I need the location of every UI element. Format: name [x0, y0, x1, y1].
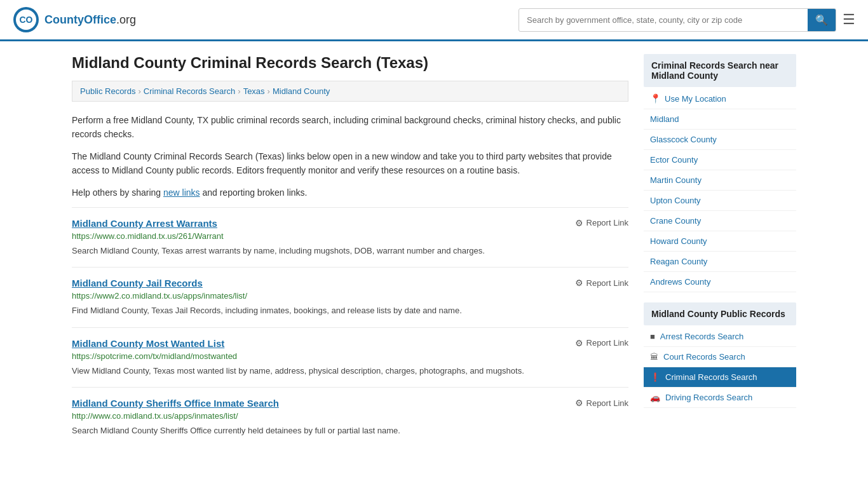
nearby-header: Criminal Records Search near Midland Cou…: [644, 54, 796, 87]
public-records-link-1[interactable]: 🏛 Court Records Search: [644, 347, 796, 367]
nearby-link-3[interactable]: Martin County: [644, 170, 796, 190]
nearby-link-7[interactable]: Reagan County: [644, 252, 796, 271]
report-link-0[interactable]: ⚙ Report Link: [575, 218, 628, 228]
public-records-label-1: Court Records Search: [663, 352, 745, 362]
nearby-link-1[interactable]: Glasscock County: [644, 130, 796, 149]
nearby-link-4[interactable]: Upton County: [644, 191, 796, 210]
nearby-item-6: Howard County: [644, 231, 796, 252]
report-link-icon-3: ⚙: [575, 398, 583, 408]
report-link-icon-1: ⚙: [575, 278, 583, 288]
public-records-link-3[interactable]: 🚗 Driving Records Search: [644, 388, 796, 407]
public-records-link-0[interactable]: ■ Arrest Records Search: [644, 327, 796, 346]
logo-text: CountyOffice.org: [44, 13, 136, 27]
nearby-item-7: Reagan County: [644, 252, 796, 272]
public-records-item-0: ■ Arrest Records Search: [644, 327, 796, 347]
search-button[interactable]: 🔍: [808, 9, 836, 31]
report-link-1[interactable]: ⚙ Report Link: [575, 278, 628, 288]
location-dot-icon: 📍: [650, 93, 661, 104]
page-title: Midland County Criminal Records Search (…: [72, 54, 628, 72]
nearby-section: Criminal Records Search near Midland Cou…: [644, 54, 796, 292]
sidebar-icon-0: ■: [650, 332, 655, 341]
logo-area: CO CountyOffice.org: [13, 6, 136, 33]
report-link-icon-0: ⚙: [575, 218, 583, 228]
report-link-3[interactable]: ⚙ Report Link: [575, 398, 628, 408]
record-entry-1: Midland County Jail Records ⚙ Report Lin…: [72, 267, 628, 327]
records-container: Midland County Arrest Warrants ⚙ Report …: [72, 207, 628, 447]
record-url-0: https://www.co.midland.tx.us/261/Warrant: [72, 231, 628, 241]
record-title-3[interactable]: Midland County Sheriffs Office Inmate Se…: [72, 398, 279, 409]
main-container: Midland County Criminal Records Search (…: [59, 41, 809, 460]
nearby-item-1: Glasscock County: [644, 130, 796, 150]
record-entry-0: Midland County Arrest Warrants ⚙ Report …: [72, 207, 628, 268]
nearby-list: MidlandGlasscock CountyEctor CountyMarti…: [644, 109, 796, 292]
nearby-item-5: Crane County: [644, 211, 796, 231]
report-link-2[interactable]: ⚙ Report Link: [575, 338, 628, 348]
record-url-3: http://www.co.midland.tx.us/apps/inmates…: [72, 411, 628, 421]
sidebar-icon-2: ❗: [650, 372, 660, 382]
svg-text:CO: CO: [20, 15, 33, 25]
record-header-0: Midland County Arrest Warrants ⚙ Report …: [72, 218, 628, 229]
content-area: Midland County Criminal Records Search (…: [72, 54, 628, 447]
report-link-label-3: Report Link: [587, 398, 628, 408]
logo-icon: CO: [13, 6, 39, 33]
search-input[interactable]: [519, 10, 808, 30]
record-entry-3: Midland County Sheriffs Office Inmate Se…: [72, 387, 628, 447]
nearby-item-2: Ector County: [644, 150, 796, 170]
record-url-1: https://www2.co.midland.tx.us/apps/inmat…: [72, 291, 628, 301]
menu-icon[interactable]: ☰: [843, 11, 855, 28]
public-records-item-1: 🏛 Court Records Search: [644, 347, 796, 367]
nearby-item-3: Martin County: [644, 170, 796, 191]
record-header-2: Midland County Most Wanted List ⚙ Report…: [72, 338, 628, 349]
breadcrumb-criminal-records-search[interactable]: Criminal Records Search: [144, 86, 236, 96]
public-records-list: ■ Arrest Records Search 🏛 Court Records …: [644, 327, 796, 408]
public-records-label-2: Criminal Records Search: [665, 372, 757, 382]
record-desc-2: View Midland County, Texas most wanted l…: [72, 365, 628, 377]
public-records-item-3: 🚗 Driving Records Search: [644, 388, 796, 408]
record-desc-3: Search Midland County Sheriffs Office cu…: [72, 424, 628, 437]
sidebar-icon-1: 🏛: [650, 352, 658, 362]
report-link-label-0: Report Link: [587, 218, 628, 227]
nearby-link-8[interactable]: Andrews County: [644, 272, 796, 292]
nearby-item-0: Midland: [644, 109, 796, 130]
public-records-item-2: ❗ Criminal Records Search: [644, 367, 796, 388]
header-right: 🔍 ☰: [519, 8, 855, 32]
nearby-link-6[interactable]: Howard County: [644, 231, 796, 251]
public-records-header: Midland County Public Records: [644, 302, 796, 325]
nearby-link-5[interactable]: Crane County: [644, 211, 796, 231]
nearby-item-4: Upton County: [644, 191, 796, 211]
new-links-link[interactable]: new links: [163, 187, 200, 198]
breadcrumb-texas[interactable]: Texas: [243, 86, 265, 96]
sidebar: Criminal Records Search near Midland Cou…: [644, 54, 796, 447]
page-header: CO CountyOffice.org 🔍 ☰: [0, 0, 868, 41]
record-title-1[interactable]: Midland County Jail Records: [72, 278, 203, 288]
record-desc-0: Search Midland County, Texas arrest warr…: [72, 245, 628, 257]
report-link-icon-2: ⚙: [575, 338, 583, 348]
breadcrumb-midland-county[interactable]: Midland County: [273, 86, 330, 96]
intro-paragraph-2: The Midland County Criminal Records Sear…: [72, 149, 628, 178]
intro-paragraph-3: Help others by sharing new links and rep…: [72, 186, 628, 200]
intro-paragraph-1: Perform a free Midland County, TX public…: [72, 113, 628, 142]
record-title-2[interactable]: Midland County Most Wanted List: [72, 338, 224, 349]
nearby-link-0[interactable]: Midland: [644, 109, 796, 129]
record-entry-2: Midland County Most Wanted List ⚙ Report…: [72, 327, 628, 388]
report-link-label-2: Report Link: [587, 338, 628, 348]
breadcrumb-public-records[interactable]: Public Records: [80, 86, 135, 96]
report-link-label-1: Report Link: [587, 278, 628, 288]
breadcrumb: Public Records › Criminal Records Search…: [72, 81, 628, 102]
record-url-2: https://spotcrime.com/tx/midland/mostwan…: [72, 351, 628, 361]
sidebar-icon-3: 🚗: [650, 393, 660, 402]
record-title-0[interactable]: Midland County Arrest Warrants: [72, 218, 217, 229]
public-records-section: Midland County Public Records ■ Arrest R…: [644, 302, 796, 408]
nearby-item-8: Andrews County: [644, 272, 796, 292]
nearby-link-2[interactable]: Ector County: [644, 150, 796, 170]
record-header-1: Midland County Jail Records ⚙ Report Lin…: [72, 278, 628, 288]
record-desc-1: Find Midland County, Texas Jail Records,…: [72, 304, 628, 317]
use-my-location[interactable]: 📍 Use My Location: [644, 88, 796, 109]
public-records-link-2[interactable]: ❗ Criminal Records Search: [644, 367, 796, 387]
public-records-label-3: Driving Records Search: [665, 393, 752, 402]
record-header-3: Midland County Sheriffs Office Inmate Se…: [72, 398, 628, 409]
search-bar: 🔍: [519, 8, 836, 32]
public-records-label-0: Arrest Records Search: [660, 332, 744, 341]
